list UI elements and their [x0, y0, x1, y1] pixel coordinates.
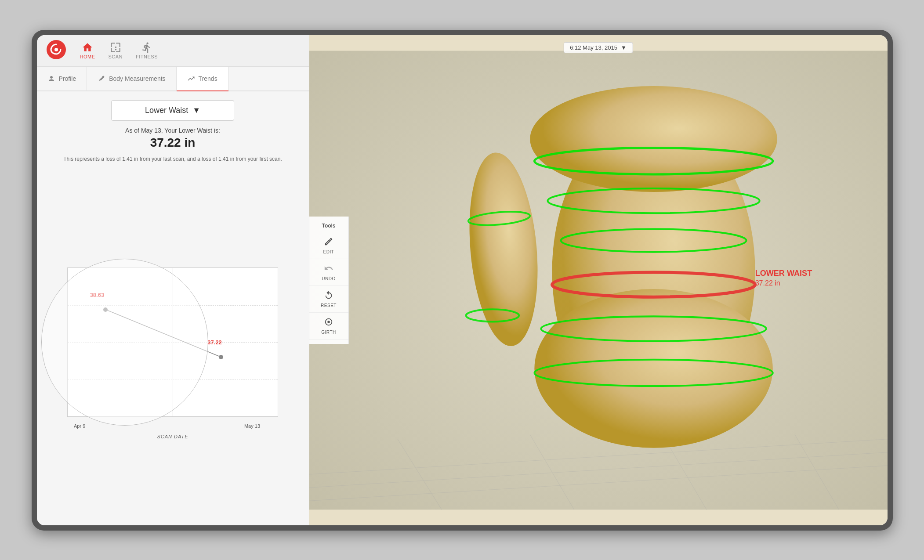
nav-home[interactable]: HOME	[80, 42, 95, 59]
device-frame: HOME SCAN FITNESS	[32, 30, 893, 531]
chart-date-apr9: Apr 9	[74, 423, 85, 429]
left-panel: HOME SCAN FITNESS	[37, 35, 309, 525]
reset-icon	[324, 290, 333, 302]
chart-svg-line	[68, 268, 278, 416]
chart-container: 38.63 37.22 May 13 Apr 9 SCAN DATE	[47, 168, 298, 517]
data-label-2: 37.22	[207, 339, 222, 346]
data-point-1	[103, 307, 108, 312]
tab-trends[interactable]: Trends	[177, 67, 228, 90]
nav-fitness-label: FITNESS	[136, 54, 158, 59]
svg-point-14	[534, 289, 772, 448]
svg-line-2	[105, 309, 221, 357]
content-area: Lower Waist ▼ As of May 13, Your Lower W…	[37, 91, 309, 525]
measurement-value: 37.22 in	[47, 136, 298, 150]
svg-point-26	[327, 321, 330, 323]
nav-fitness[interactable]: FITNESS	[136, 42, 158, 59]
svg-text:LOWER WAIST: LOWER WAIST	[755, 268, 812, 277]
edit-icon	[324, 237, 333, 248]
svg-text:37.22 in: 37.22 in	[755, 279, 780, 287]
nav-scan-label: SCAN	[109, 54, 123, 59]
tab-profile-label: Profile	[59, 75, 76, 82]
scan-date-label: SCAN DATE	[157, 434, 188, 439]
tool-girth-label: GIRTH	[321, 330, 336, 335]
as-of-text: As of May 13, Your Lower Waist is:	[47, 127, 298, 134]
date-stamp-dropdown-icon: ▼	[621, 44, 627, 51]
dropdown-arrow-icon: ▼	[192, 106, 200, 115]
date-stamp-text: 6:12 May 13, 2015	[570, 44, 617, 51]
right-panel: 6:12 May 13, 2015 ▼	[309, 35, 888, 525]
tab-body-measurements[interactable]: Body Measurements	[87, 67, 176, 90]
undo-icon	[324, 264, 333, 275]
tool-undo[interactable]: UNDO	[309, 259, 348, 286]
data-label-1: 38.63	[90, 292, 105, 298]
tab-body-measurements-label: Body Measurements	[109, 75, 165, 82]
date-stamp: 6:12 May 13, 2015 ▼	[563, 42, 633, 53]
loss-text: This represents a loss of 1.41 in from y…	[47, 156, 298, 162]
chart-date-may13: May 13	[244, 423, 260, 429]
tab-bar: Profile Body Measurements Trends	[37, 67, 309, 91]
tool-reset-label: RESET	[321, 303, 337, 308]
tools-panel: Tools EDIT UNDO	[309, 217, 349, 344]
chart-box: 38.63 37.22 May 13 Apr 9 SCAN DATE	[67, 267, 278, 417]
tool-edit-label: EDIT	[323, 249, 334, 254]
girth-icon	[324, 317, 333, 329]
nav-home-label: HOME	[80, 54, 95, 59]
logo[interactable]	[46, 39, 67, 62]
svg-point-12	[530, 86, 777, 191]
tool-reset[interactable]: RESET	[309, 286, 348, 313]
data-point-2	[219, 355, 223, 359]
device-screen: HOME SCAN FITNESS	[37, 35, 888, 525]
tool-undo-label: UNDO	[322, 276, 335, 281]
dropdown-label: Lower Waist	[145, 106, 188, 115]
tool-girth[interactable]: GIRTH	[309, 313, 348, 340]
body-3d-svg: LOWER WAIST 37.22 in	[309, 35, 888, 525]
tab-trends-label: Trends	[199, 75, 217, 82]
svg-point-1	[54, 48, 58, 51]
tool-edit[interactable]: EDIT	[309, 232, 348, 259]
measurement-info: As of May 13, Your Lower Waist is: 37.22…	[47, 127, 298, 150]
measurement-dropdown[interactable]: Lower Waist ▼	[111, 100, 234, 121]
tab-profile[interactable]: Profile	[37, 67, 87, 90]
nav-scan[interactable]: SCAN	[109, 42, 123, 59]
top-nav: HOME SCAN FITNESS	[37, 35, 309, 67]
tools-header: Tools	[322, 221, 335, 232]
